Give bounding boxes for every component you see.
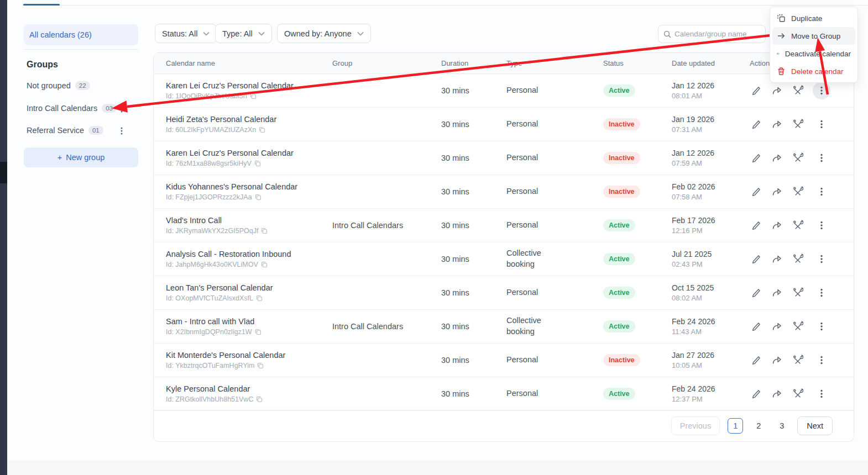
duration-cell: 30 mins xyxy=(441,86,506,95)
row-kebab-menu[interactable] xyxy=(813,217,830,234)
tools-settings-icon[interactable] xyxy=(792,118,804,130)
sidebar-item-intro-call-calendars[interactable]: Intro Call Calendars 03 xyxy=(27,104,117,113)
group-cell: Intro Call Calendars xyxy=(332,322,441,331)
row-kebab-menu[interactable] xyxy=(813,149,830,167)
share-forward-icon[interactable] xyxy=(771,186,783,198)
copy-icon[interactable] xyxy=(256,396,263,403)
tools-settings-icon[interactable] xyxy=(792,388,804,400)
share-forward-icon[interactable] xyxy=(771,320,783,332)
copy-icon[interactable] xyxy=(255,194,262,200)
status-filter-dropdown[interactable]: Status: All xyxy=(155,24,217,43)
tools-settings-icon[interactable] xyxy=(792,85,804,97)
menu-item-deactivate-calendar[interactable]: Deactivate calendar xyxy=(772,45,855,62)
share-forward-icon[interactable] xyxy=(771,152,783,164)
row-kebab-menu[interactable] xyxy=(813,318,830,335)
kebab-icon xyxy=(818,254,825,264)
share-forward-icon[interactable] xyxy=(771,85,783,97)
status-cell: Active xyxy=(603,253,672,265)
edit-pencil-icon[interactable] xyxy=(750,388,762,400)
share-forward-icon[interactable] xyxy=(771,219,783,231)
row-kebab-menu[interactable] xyxy=(813,82,830,99)
group-kebab-menu-icon[interactable] xyxy=(117,103,126,114)
group-label: Intro Call Calendars xyxy=(27,104,97,113)
search-input[interactable] xyxy=(674,30,760,38)
row-kebab-menu[interactable] xyxy=(813,351,830,369)
calendar-id-text: Id: 76zM1xa88w8gsr5kiHyV xyxy=(166,160,252,167)
sidebar-item-referral-service[interactable]: Referral Service 01 xyxy=(27,126,103,135)
duration-cell: 30 mins xyxy=(441,322,506,331)
date-cell: Oct 15 2025 08:02 AM xyxy=(672,283,750,302)
calendar-id-text: Id: 1IQoQiBvKpJheUabi5n xyxy=(166,92,247,100)
edit-pencil-icon[interactable] xyxy=(750,85,762,97)
tools-settings-icon[interactable] xyxy=(792,354,804,366)
status-badge: Active xyxy=(603,388,635,400)
calendar-name-cell: Karen Lei Cruz's Personal Calendar Id: 1… xyxy=(154,81,332,100)
duration-cell: 30 mins xyxy=(441,120,506,129)
row-kebab-menu[interactable] xyxy=(813,115,830,133)
share-forward-icon[interactable] xyxy=(771,253,783,265)
menu-item-delete-calendar[interactable]: Delete calendar xyxy=(772,62,855,80)
column-header: Type xyxy=(506,59,603,67)
edit-pencil-icon[interactable] xyxy=(750,118,762,130)
tools-settings-icon[interactable] xyxy=(792,287,804,299)
chevron-down-icon xyxy=(258,31,265,36)
row-kebab-menu[interactable] xyxy=(813,385,830,403)
share-forward-icon[interactable] xyxy=(771,118,783,130)
edit-pencil-icon[interactable] xyxy=(750,320,762,332)
copy-icon[interactable] xyxy=(254,160,261,167)
copy-icon[interactable] xyxy=(257,362,264,369)
edit-pencil-icon[interactable] xyxy=(750,354,762,366)
share-forward-icon[interactable] xyxy=(771,287,783,299)
calendar-name: Kidus Yohannes's Personal Calendar xyxy=(166,182,332,191)
calendar-name-cell: Karen Lei Cruz's Personal Calendar Id: 7… xyxy=(154,149,332,167)
status-cell: Inactive xyxy=(603,186,672,198)
type-filter-dropdown[interactable]: Type: All xyxy=(215,24,272,43)
menu-item-move-to-group[interactable]: Move to Group xyxy=(772,27,855,45)
menu-item-duplicate[interactable]: Duplicate xyxy=(772,9,855,27)
tools-settings-icon[interactable] xyxy=(792,152,804,164)
duplicate-icon xyxy=(777,14,786,23)
share-forward-icon[interactable] xyxy=(771,354,783,366)
calendar-id-text: Id: OXopMVfCTuZAlsxdXsfL xyxy=(166,294,253,302)
owned-by-filter-dropdown[interactable]: Owned by: Anyone xyxy=(277,24,371,43)
edit-pencil-icon[interactable] xyxy=(750,253,762,265)
tools-settings-icon[interactable] xyxy=(792,219,804,231)
all-calendars-filter[interactable]: All calendars (26) xyxy=(24,24,138,45)
calendar-name: Karen Lei Cruz's Personal Calendar xyxy=(166,149,332,157)
owned-by-filter-label: Owned by: Anyone xyxy=(284,29,352,38)
edit-pencil-icon[interactable] xyxy=(750,152,762,164)
copy-icon[interactable] xyxy=(261,261,268,268)
calendar-name: Leon Tan's Personal Calendar xyxy=(166,283,332,292)
left-nav-rail-active-item[interactable] xyxy=(0,162,7,183)
row-kebab-menu[interactable] xyxy=(813,250,830,268)
page-2-button[interactable]: 2 xyxy=(751,418,766,434)
copy-icon[interactable] xyxy=(256,295,263,302)
sidebar-item-not-grouped[interactable]: Not grouped 22 xyxy=(27,81,90,90)
tools-settings-icon[interactable] xyxy=(792,320,804,332)
date-cell: Feb 02 2026 07:58 AM xyxy=(672,182,750,201)
edit-pencil-icon[interactable] xyxy=(750,186,762,198)
date-cell: Jan 12 2026 08:01 AM xyxy=(672,81,750,100)
share-forward-icon[interactable] xyxy=(771,388,783,400)
copy-icon[interactable] xyxy=(261,228,268,234)
page-3-button[interactable]: 3 xyxy=(774,418,789,434)
next-page-button[interactable]: Next xyxy=(797,416,833,435)
status-badge: Active xyxy=(603,253,635,265)
row-kebab-menu[interactable] xyxy=(813,183,830,200)
time-updated: 10:05 AM xyxy=(672,361,750,370)
status-badge: Inactive xyxy=(603,118,640,130)
page-1-button[interactable]: 1 xyxy=(728,418,743,434)
previous-page-button[interactable]: Previous xyxy=(671,416,720,435)
tools-settings-icon[interactable] xyxy=(792,186,804,198)
tools-settings-icon[interactable] xyxy=(792,253,804,265)
duration-cell: 30 mins xyxy=(441,187,506,196)
copy-icon[interactable] xyxy=(259,126,265,133)
row-kebab-menu[interactable] xyxy=(813,284,830,302)
type-cell: Personal xyxy=(506,85,562,96)
edit-pencil-icon[interactable] xyxy=(750,287,762,299)
copy-icon[interactable] xyxy=(255,329,262,335)
new-group-button[interactable]: + New group xyxy=(24,147,138,167)
group-kebab-menu-icon[interactable] xyxy=(117,125,126,136)
edit-pencil-icon[interactable] xyxy=(750,219,762,231)
copy-icon[interactable] xyxy=(250,93,257,99)
